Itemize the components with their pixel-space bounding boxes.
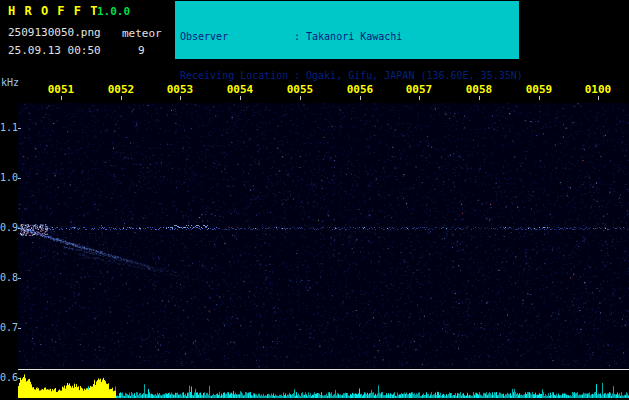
info-value: : Ogaki, Gifu, JAPAN (136.60E, 35.35N) — [294, 70, 523, 81]
time-tick-label: 0057 — [406, 83, 433, 96]
timestamp: 25.09.13 00:50 — [8, 44, 101, 57]
time-tick-label: 0054 — [227, 83, 254, 96]
info-label: Observer — [180, 30, 294, 43]
info-row-observer: Observer: Takanori Kawachi — [180, 30, 514, 43]
freq-axis-unit: kHz — [1, 77, 19, 88]
echo-count: 9 — [138, 44, 145, 57]
info-label: Receiving Location — [180, 69, 294, 82]
freq-tick-label: 1.1 — [0, 122, 15, 133]
output-filename: 2509130050.png — [8, 26, 101, 39]
freq-tick-label: 0.7 — [0, 322, 15, 333]
freq-tick-label: 0.9 — [0, 222, 15, 233]
time-tick-label: 0058 — [466, 83, 493, 96]
freq-tick-label: 0.6 — [0, 372, 15, 383]
freq-tick-label: 1.0 — [0, 172, 15, 183]
station-info-panel: Observer: Takanori Kawachi Receiving Loc… — [175, 1, 519, 59]
time-tick-label: 0056 — [347, 83, 374, 96]
time-tick-label: 0053 — [167, 83, 194, 96]
time-tick-label: 0055 — [287, 83, 314, 96]
hrofft-app-window: H R O F F T 1.0.0 2509130050.png meteor … — [0, 0, 629, 400]
time-tick-label: 0052 — [108, 83, 135, 96]
spectrogram-canvas — [18, 96, 629, 400]
info-row-location: Receiving Location: Ogaki, Gifu, JAPAN (… — [180, 69, 514, 82]
time-tick-label: 0059 — [526, 83, 553, 96]
freq-tick-label: 0.8 — [0, 272, 15, 283]
app-title: H R O F F T — [8, 4, 98, 18]
info-value: : Takanori Kawachi — [294, 31, 402, 42]
time-tick-label: 0100 — [585, 83, 612, 96]
time-tick-label: 0051 — [48, 83, 75, 96]
app-version: 1.0.0 — [97, 5, 130, 18]
mode-label: meteor — [122, 27, 162, 40]
